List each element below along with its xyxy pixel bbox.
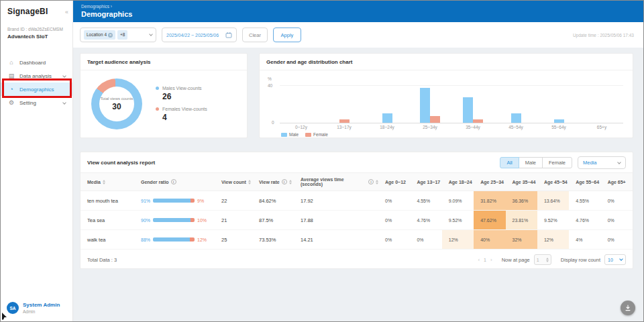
legend-entry: Females View-counts4 xyxy=(156,107,207,122)
bar-group-45-54y xyxy=(494,85,537,123)
table-header-row: MediaGender ratioView countView rateAver… xyxy=(80,172,633,191)
next-page-button[interactable]: › xyxy=(490,257,492,263)
age-percent-cell: 32% xyxy=(506,230,537,249)
column-header-age-65[interactable]: Age 65+ xyxy=(601,173,633,191)
column-header-age-13-17[interactable]: Age 13~17 xyxy=(410,173,441,191)
chevron-down-icon xyxy=(617,160,621,164)
gender-tab-male[interactable]: Male xyxy=(519,157,543,168)
age-percent-cell: 4.55% xyxy=(410,191,441,210)
location-tag[interactable]: Location 4 xyxy=(84,30,115,40)
age-percent-cell: 4.76% xyxy=(569,211,600,229)
page-input-value: 1 xyxy=(537,258,539,262)
caret-down xyxy=(103,182,105,184)
target-audience-card: Target audience analysis Total views cou… xyxy=(80,53,248,138)
table-footer: Total Data : 3 ‹ 1 › Now at page 1 Displ… xyxy=(80,250,633,270)
female-bar xyxy=(190,237,195,241)
x-tick-label: 35~44y xyxy=(451,125,494,129)
location-extra-tag[interactable]: +8 xyxy=(117,30,127,40)
column-header-media[interactable]: Media xyxy=(80,173,134,191)
bar-group-18-24y xyxy=(366,85,409,123)
calendar-icon xyxy=(225,32,232,38)
age-distribution-title: Gender and age distribution chart xyxy=(260,54,633,70)
column-label: Age 35~44 xyxy=(513,180,536,184)
column-label: Age 55~64 xyxy=(576,180,599,184)
apply-button[interactable]: Apply xyxy=(273,28,301,42)
sidebar-item-dashboard[interactable]: ⌂Dashboard xyxy=(1,56,72,69)
sidebar-item-label: Demographics xyxy=(19,87,54,93)
male-percent: 91% xyxy=(141,199,150,203)
mouse-cursor xyxy=(1,312,7,320)
column-header-age-35-44[interactable]: Age 35~44 xyxy=(506,173,537,191)
table-body: ten mouth tea91%9%2284.62%17.920%4.55%9.… xyxy=(80,191,633,250)
gear-icon: ⚙ xyxy=(8,99,15,106)
media-cell: Tea sea xyxy=(80,211,134,229)
age-percent-cell: 13.64% xyxy=(537,191,569,210)
x-tick-label: 45~54y xyxy=(494,125,537,129)
avg-time-cell: 17.88 xyxy=(294,211,378,229)
media-dropdown[interactable]: Media xyxy=(578,156,626,169)
male-bar xyxy=(153,199,191,203)
close-icon[interactable] xyxy=(108,33,113,38)
location-select[interactable]: Location 4 +8 xyxy=(80,28,156,42)
download-button[interactable] xyxy=(621,301,635,315)
x-tick-label: 18~24y xyxy=(366,125,409,129)
legend-dot xyxy=(156,87,159,90)
column-header-age-55-64[interactable]: Age 55~64 xyxy=(569,173,600,191)
bar-group-55-64y xyxy=(537,85,580,123)
age-percent-cell: 4.55% xyxy=(569,191,600,210)
app-logo: SignageBI xyxy=(7,7,48,16)
column-header-view-rate[interactable]: View rate xyxy=(252,173,294,191)
date-range-input[interactable]: 2025/04/22 ~ 2025/05/06 xyxy=(162,28,237,42)
column-header-age-0-12[interactable]: Age 0~12 xyxy=(378,173,410,191)
male-bar xyxy=(153,218,191,222)
info-icon[interactable] xyxy=(282,179,287,184)
gender-tab-all[interactable]: All xyxy=(500,157,519,168)
info-icon[interactable] xyxy=(368,179,374,184)
sort-icon[interactable] xyxy=(248,180,251,184)
column-header-age-25-34[interactable]: Age 25~34 xyxy=(474,173,505,191)
male-percent: 90% xyxy=(141,218,150,223)
clear-button[interactable]: Clear xyxy=(242,28,268,42)
view-count-report-card: View count analysis report AllMaleFemale… xyxy=(80,152,633,269)
legend-item-male: Male xyxy=(281,132,299,137)
column-header-age-45-54[interactable]: Age 45~54 xyxy=(537,173,569,191)
age-percent-cell: 9.09% xyxy=(442,191,474,210)
view-rate-cell: 73.53% xyxy=(252,230,294,249)
breadcrumb[interactable]: Demographics xyxy=(81,4,643,9)
page-input[interactable]: 1 xyxy=(534,254,551,265)
age-percent-cell: 12% xyxy=(442,230,474,249)
female-bar xyxy=(191,218,195,222)
male-bar xyxy=(153,237,190,241)
age-percent-cell: 47.62% xyxy=(474,211,505,229)
column-label: Age 18~24 xyxy=(449,180,472,184)
date-range-value: 2025/04/22 ~ 2025/05/06 xyxy=(166,33,219,38)
legend-entry: Males View-counts26 xyxy=(156,86,207,101)
column-header-view-count[interactable]: View count xyxy=(215,173,252,191)
filter-bar: Location 4 +8 2025/04/22 ~ 2025/05/06 Cl… xyxy=(73,22,643,48)
data-analysis-icon: ▤ xyxy=(8,72,15,79)
column-header-gender-ratio[interactable]: Gender ratio xyxy=(134,173,215,191)
sort-icon[interactable] xyxy=(103,180,105,184)
age-percent-cell: 0% xyxy=(601,230,633,249)
row-count-select[interactable]: 10 xyxy=(604,254,626,265)
collapse-sidebar-icon[interactable]: « xyxy=(65,9,68,15)
sidebar-item-data-analysis[interactable]: ▤Data analysis xyxy=(1,69,72,83)
legend-label: Male xyxy=(289,132,299,137)
target-audience-title: Target audience analysis xyxy=(80,54,247,70)
gender-legend: Males View-counts26Females View-counts4 xyxy=(156,86,207,122)
gender-ratio-cell: 91%9% xyxy=(134,191,215,210)
home-icon: ⌂ xyxy=(8,59,15,66)
spinner-arrows[interactable] xyxy=(546,258,549,262)
sort-icon[interactable] xyxy=(289,180,292,184)
user-profile[interactable]: SA System Admin Admin xyxy=(7,302,60,314)
page-number-button[interactable]: 1 xyxy=(484,258,486,262)
sidebar-item-demographics[interactable]: ◔Demographics xyxy=(1,83,72,96)
prev-page-button[interactable]: ‹ xyxy=(478,257,480,263)
column-header-average-views-time-seconds[interactable]: Average views time (seconds) xyxy=(294,173,378,191)
column-header-age-18-24[interactable]: Age 18~24 xyxy=(442,173,474,191)
sidebar-item-label: Setting xyxy=(19,100,36,106)
sidebar-item-setting[interactable]: ⚙Setting xyxy=(1,96,72,109)
view-rate-cell: 84.62% xyxy=(252,191,294,210)
info-icon[interactable] xyxy=(171,179,176,184)
gender-tab-female[interactable]: Female xyxy=(542,157,572,168)
